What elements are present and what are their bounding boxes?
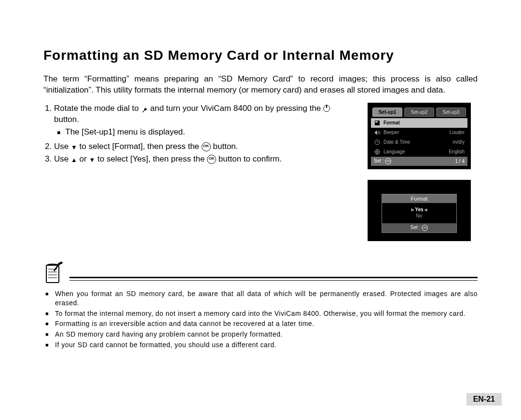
tab-setup2: Set-up2: [404, 108, 434, 117]
set-label: Set : OK: [374, 158, 391, 164]
ok-icon-small: OK: [385, 158, 391, 164]
datetime-icon: [374, 139, 381, 146]
option-no: No: [382, 213, 456, 218]
tab-setup1: Set-up1: [372, 108, 402, 117]
svg-rect-1: [375, 121, 378, 122]
page-indicator: 1 / 4: [455, 159, 465, 164]
menu-item-datetime: Date & Time m/d/y: [371, 137, 467, 147]
beeper-icon: [374, 129, 381, 136]
option-yes: ▹ Yes ◃: [382, 207, 456, 212]
steps-list: Rotate the mode dial to and turn your Vi…: [43, 103, 353, 165]
format-dialog-title: Format: [382, 194, 456, 203]
setup-mode-icon: [141, 105, 148, 112]
down-arrow-icon: [71, 141, 77, 153]
note-4: An SD memory card having any problem can…: [55, 330, 478, 339]
note-5: If your SD card cannot be formatted, you…: [55, 340, 478, 350]
lcd-setup1-screenshot: Set-up1 Set-up2 Set-up3 Format Beeper: [368, 103, 471, 169]
step-3: Use or to select [Yes], then press the O…: [54, 153, 353, 165]
ok-icon-small: OK: [422, 225, 428, 231]
note-2: To format the internal memory, do not in…: [55, 309, 478, 319]
ok-icon: OK: [202, 142, 211, 151]
notepad-icon: [43, 261, 65, 285]
step-2: Use to select [Format], then press the O…: [54, 141, 353, 152]
tab-setup3: Set-up3: [436, 108, 466, 117]
up-arrow-icon: [71, 154, 77, 165]
page-number: EN-21: [466, 393, 502, 406]
step-1: Rotate the mode dial to and turn your Vi…: [54, 103, 353, 138]
divider: [69, 277, 478, 281]
language-icon: [374, 149, 381, 155]
page-title: Formatting an SD Memory Card or Internal…: [43, 48, 478, 63]
ok-icon: OK: [207, 155, 216, 164]
power-icon: [323, 105, 330, 112]
menu-item-language: Language English: [371, 147, 467, 157]
intro-paragraph: The term “Formatting” means preparing an…: [43, 74, 478, 96]
note-1: When you format an SD memory card, be aw…: [55, 289, 478, 308]
menu-item-format: Format: [371, 118, 467, 128]
note-3: Formatting is an irreversible action and…: [55, 319, 478, 329]
notes-list: When you format an SD memory card, be aw…: [43, 289, 478, 350]
lcd-format-confirm-screenshot: Format ▹ Yes ◃ No Set : OK: [368, 180, 471, 241]
menu-item-beeper: Beeper Louder: [371, 128, 467, 137]
step-1-sub: The [Set-up1] menu is displayed.: [57, 126, 353, 138]
down-arrow-icon: [89, 154, 95, 165]
format-dialog-foot: Set : OK: [382, 223, 456, 232]
format-icon: [374, 120, 381, 126]
